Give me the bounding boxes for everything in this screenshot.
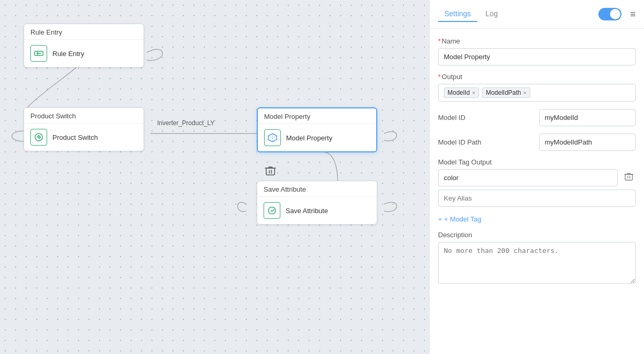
output-tags-input[interactable]: ModelId × ModelIdPath × (438, 84, 636, 102)
model-id-row: Model ID (438, 109, 636, 126)
svg-rect-5 (625, 174, 632, 180)
description-group: Description (438, 231, 636, 284)
save-attribute-icon (264, 202, 280, 219)
add-model-tag-label: + Model Tag (444, 215, 482, 223)
description-label: Description (438, 231, 636, 239)
name-field-group: *Name (438, 37, 636, 65)
output-label: *Output (438, 73, 636, 81)
rule-entry-title: Rule Entry (24, 24, 144, 40)
output-required-star: * (438, 73, 441, 81)
delete-node-button[interactable] (265, 165, 276, 179)
model-tag-value-input[interactable] (438, 169, 618, 186)
model-tag-row (438, 169, 636, 186)
save-attribute-title: Save Attribute (257, 181, 377, 197)
model-id-path-row: Model ID Path (438, 134, 636, 151)
product-switch-label: Product Switch (52, 134, 98, 141)
save-attribute-node[interactable]: Save Attribute Save Attribute (257, 181, 377, 225)
model-property-title: Model Property (258, 108, 376, 124)
model-property-node[interactable]: Model Property Model Property (257, 107, 377, 152)
svg-point-2 (38, 137, 40, 138)
remove-modelidpath-tag[interactable]: × (523, 90, 527, 96)
product-switch-node[interactable]: Product Switch Product Switch (24, 107, 144, 151)
toggle-switch[interactable] (598, 8, 621, 20)
output-tag-modelid: ModelId × (444, 87, 479, 98)
name-input[interactable] (438, 48, 636, 65)
rule-entry-node[interactable]: Rule Entry Rule Entry (24, 24, 144, 68)
model-property-icon (264, 129, 281, 146)
model-property-label: Model Property (286, 134, 332, 142)
rule-entry-label: Rule Entry (52, 50, 84, 58)
output-field-group: *Output ModelId × ModelIdPath × (438, 73, 636, 102)
model-tag-output-group: Model Tag Output (438, 158, 636, 207)
menu-icon[interactable]: ≡ (630, 9, 636, 20)
description-textarea[interactable] (438, 242, 636, 284)
delete-model-tag-button[interactable] (622, 170, 636, 186)
model-id-label: Model ID (438, 114, 535, 121)
add-icon: + (438, 215, 442, 223)
canvas[interactable]: Rule Entry Rule Entry Product Switch Pro (0, 0, 429, 354)
panel-content: *Name *Output ModelId × ModelIdPath × (430, 29, 644, 292)
panel-header: Settings Log ≡ (430, 0, 644, 29)
name-label: *Name (438, 37, 636, 45)
model-tag-output-label: Model Tag Output (438, 158, 636, 166)
name-required-star: * (438, 37, 441, 45)
model-id-path-input[interactable] (539, 134, 636, 151)
save-attribute-label: Save Attribute (286, 207, 328, 215)
edge-label: Inverter_Product_LY (157, 119, 214, 127)
model-id-path-label: Model ID Path (438, 138, 535, 146)
tab-group: Settings Log (438, 6, 504, 22)
remove-modelid-tag[interactable]: × (472, 90, 475, 96)
rule-entry-icon (30, 45, 47, 62)
svg-rect-4 (266, 168, 275, 175)
right-panel: Settings Log ≡ *Name *Output (429, 0, 644, 354)
add-model-tag-button[interactable]: + + Model Tag (438, 215, 482, 223)
product-switch-title: Product Switch (24, 108, 144, 124)
output-tag-modelidpath: ModelIdPath × (482, 87, 530, 98)
model-id-input[interactable] (539, 109, 636, 126)
tab-log[interactable]: Log (479, 6, 504, 22)
product-switch-icon (30, 129, 47, 146)
tab-settings[interactable]: Settings (438, 6, 477, 22)
key-alias-input[interactable] (438, 190, 636, 207)
